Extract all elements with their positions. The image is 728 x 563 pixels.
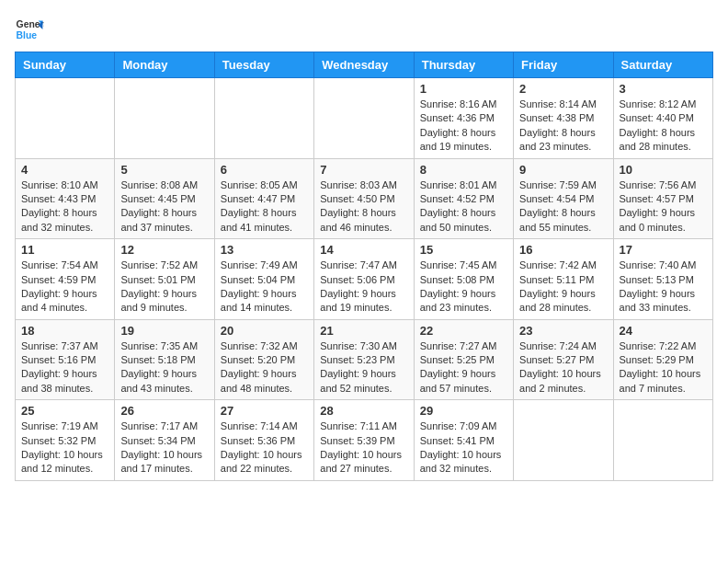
day-info: Sunrise: 7:24 AM Sunset: 5:27 PM Dayligh… — [519, 339, 607, 396]
day-number: 5 — [120, 163, 208, 177]
calendar-cell: 1Sunrise: 8:16 AM Sunset: 4:36 PM Daylig… — [414, 78, 513, 159]
day-info: Sunrise: 8:10 AM Sunset: 4:43 PM Dayligh… — [21, 178, 108, 236]
calendar-header-row: SundayMondayTuesdayWednesdayThursdayFrid… — [16, 52, 713, 78]
calendar-cell — [314, 78, 414, 159]
day-info: Sunrise: 7:45 AM Sunset: 5:08 PM Dayligh… — [420, 259, 507, 316]
day-info: Sunrise: 7:27 AM Sunset: 5:25 PM Dayligh… — [420, 339, 507, 396]
column-header-wednesday: Wednesday — [314, 52, 414, 78]
calendar-cell: 28Sunrise: 7:11 AM Sunset: 5:39 PM Dayli… — [314, 400, 414, 481]
day-number: 17 — [620, 243, 707, 257]
day-info: Sunrise: 7:52 AM Sunset: 5:01 PM Dayligh… — [120, 259, 208, 316]
day-info: Sunrise: 7:35 AM Sunset: 5:18 PM Dayligh… — [120, 339, 208, 396]
calendar-cell — [115, 78, 214, 159]
calendar-cell: 3Sunrise: 8:12 AM Sunset: 4:40 PM Daylig… — [613, 78, 712, 159]
day-number: 23 — [519, 324, 607, 338]
day-number: 8 — [420, 163, 507, 177]
day-number: 13 — [221, 243, 308, 257]
day-number: 11 — [21, 243, 108, 257]
calendar-week-1: 1Sunrise: 8:16 AM Sunset: 4:36 PM Daylig… — [16, 78, 713, 159]
calendar-cell: 29Sunrise: 7:09 AM Sunset: 5:41 PM Dayli… — [414, 400, 513, 481]
calendar-cell: 8Sunrise: 8:01 AM Sunset: 4:52 PM Daylig… — [414, 158, 513, 239]
calendar-cell: 14Sunrise: 7:47 AM Sunset: 5:06 PM Dayli… — [314, 239, 414, 320]
day-number: 9 — [519, 163, 607, 177]
day-number: 6 — [221, 163, 308, 177]
calendar-cell: 9Sunrise: 7:59 AM Sunset: 4:54 PM Daylig… — [514, 158, 613, 239]
calendar-cell: 15Sunrise: 7:45 AM Sunset: 5:08 PM Dayli… — [414, 239, 513, 320]
day-info: Sunrise: 7:37 AM Sunset: 5:16 PM Dayligh… — [21, 339, 108, 396]
day-info: Sunrise: 7:49 AM Sunset: 5:04 PM Dayligh… — [221, 259, 308, 316]
calendar-cell: 23Sunrise: 7:24 AM Sunset: 5:27 PM Dayli… — [514, 319, 613, 400]
calendar-cell: 17Sunrise: 7:40 AM Sunset: 5:13 PM Dayli… — [613, 239, 712, 320]
day-number: 15 — [420, 243, 507, 257]
day-number: 24 — [620, 324, 707, 338]
day-info: Sunrise: 7:42 AM Sunset: 5:11 PM Dayligh… — [519, 259, 607, 316]
calendar-week-5: 25Sunrise: 7:19 AM Sunset: 5:32 PM Dayli… — [16, 400, 713, 481]
day-info: Sunrise: 7:14 AM Sunset: 5:36 PM Dayligh… — [221, 419, 308, 477]
calendar-cell: 5Sunrise: 8:08 AM Sunset: 4:45 PM Daylig… — [115, 158, 214, 239]
calendar-cell — [16, 78, 115, 159]
day-info: Sunrise: 7:32 AM Sunset: 5:20 PM Dayligh… — [221, 339, 308, 396]
day-info: Sunrise: 8:14 AM Sunset: 4:38 PM Dayligh… — [519, 98, 607, 155]
day-number: 29 — [420, 404, 507, 418]
day-number: 2 — [519, 82, 607, 96]
calendar-week-3: 11Sunrise: 7:54 AM Sunset: 4:59 PM Dayli… — [16, 239, 713, 320]
day-number: 25 — [21, 404, 108, 418]
calendar-cell: 7Sunrise: 8:03 AM Sunset: 4:50 PM Daylig… — [314, 158, 414, 239]
day-number: 20 — [221, 324, 308, 338]
logo: General Blue — [15, 15, 44, 44]
logo-icon: General Blue — [15, 15, 44, 44]
day-info: Sunrise: 8:12 AM Sunset: 4:40 PM Dayligh… — [620, 98, 707, 155]
day-number: 14 — [320, 243, 407, 257]
day-number: 12 — [120, 243, 208, 257]
calendar-cell: 4Sunrise: 8:10 AM Sunset: 4:43 PM Daylig… — [16, 158, 115, 239]
calendar-cell: 19Sunrise: 7:35 AM Sunset: 5:18 PM Dayli… — [115, 319, 214, 400]
column-header-tuesday: Tuesday — [214, 52, 313, 78]
calendar-cell: 22Sunrise: 7:27 AM Sunset: 5:25 PM Dayli… — [414, 319, 513, 400]
day-info: Sunrise: 8:03 AM Sunset: 4:50 PM Dayligh… — [320, 178, 407, 236]
day-number: 21 — [320, 324, 407, 338]
column-header-friday: Friday — [514, 52, 613, 78]
day-number: 10 — [620, 163, 707, 177]
column-header-sunday: Sunday — [16, 52, 115, 78]
column-header-thursday: Thursday — [414, 52, 513, 78]
day-number: 3 — [620, 82, 707, 96]
calendar-cell: 21Sunrise: 7:30 AM Sunset: 5:23 PM Dayli… — [314, 319, 414, 400]
calendar-cell: 13Sunrise: 7:49 AM Sunset: 5:04 PM Dayli… — [214, 239, 313, 320]
day-number: 7 — [320, 163, 407, 177]
calendar-cell: 2Sunrise: 8:14 AM Sunset: 4:38 PM Daylig… — [514, 78, 613, 159]
day-info: Sunrise: 8:08 AM Sunset: 4:45 PM Dayligh… — [120, 178, 208, 236]
calendar-cell — [514, 400, 613, 481]
day-info: Sunrise: 8:01 AM Sunset: 4:52 PM Dayligh… — [420, 178, 507, 236]
column-header-saturday: Saturday — [613, 52, 712, 78]
calendar-cell: 26Sunrise: 7:17 AM Sunset: 5:34 PM Dayli… — [115, 400, 214, 481]
day-number: 4 — [21, 163, 108, 177]
day-info: Sunrise: 7:19 AM Sunset: 5:32 PM Dayligh… — [21, 419, 108, 477]
day-info: Sunrise: 7:47 AM Sunset: 5:06 PM Dayligh… — [320, 259, 407, 316]
calendar: SundayMondayTuesdayWednesdayThursdayFrid… — [15, 52, 713, 481]
day-info: Sunrise: 7:17 AM Sunset: 5:34 PM Dayligh… — [120, 419, 208, 477]
day-info: Sunrise: 7:09 AM Sunset: 5:41 PM Dayligh… — [420, 419, 507, 477]
calendar-cell: 16Sunrise: 7:42 AM Sunset: 5:11 PM Dayli… — [514, 239, 613, 320]
day-number: 19 — [120, 324, 208, 338]
calendar-cell: 12Sunrise: 7:52 AM Sunset: 5:01 PM Dayli… — [115, 239, 214, 320]
calendar-cell: 25Sunrise: 7:19 AM Sunset: 5:32 PM Dayli… — [16, 400, 115, 481]
calendar-cell: 10Sunrise: 7:56 AM Sunset: 4:57 PM Dayli… — [613, 158, 712, 239]
calendar-cell: 24Sunrise: 7:22 AM Sunset: 5:29 PM Dayli… — [613, 319, 712, 400]
day-number: 26 — [120, 404, 208, 418]
day-info: Sunrise: 7:22 AM Sunset: 5:29 PM Dayligh… — [620, 339, 707, 396]
day-number: 18 — [21, 324, 108, 338]
calendar-cell: 11Sunrise: 7:54 AM Sunset: 4:59 PM Dayli… — [16, 239, 115, 320]
day-info: Sunrise: 7:11 AM Sunset: 5:39 PM Dayligh… — [320, 419, 407, 477]
column-header-monday: Monday — [115, 52, 214, 78]
calendar-week-2: 4Sunrise: 8:10 AM Sunset: 4:43 PM Daylig… — [16, 158, 713, 239]
day-info: Sunrise: 7:56 AM Sunset: 4:57 PM Dayligh… — [620, 178, 707, 236]
day-number: 1 — [420, 82, 507, 96]
calendar-week-4: 18Sunrise: 7:37 AM Sunset: 5:16 PM Dayli… — [16, 319, 713, 400]
calendar-cell: 27Sunrise: 7:14 AM Sunset: 5:36 PM Dayli… — [214, 400, 313, 481]
day-number: 22 — [420, 324, 507, 338]
header: General Blue — [15, 15, 713, 44]
day-number: 28 — [320, 404, 407, 418]
day-info: Sunrise: 8:16 AM Sunset: 4:36 PM Dayligh… — [420, 98, 507, 155]
day-info: Sunrise: 7:54 AM Sunset: 4:59 PM Dayligh… — [21, 259, 108, 316]
calendar-cell: 20Sunrise: 7:32 AM Sunset: 5:20 PM Dayli… — [214, 319, 313, 400]
